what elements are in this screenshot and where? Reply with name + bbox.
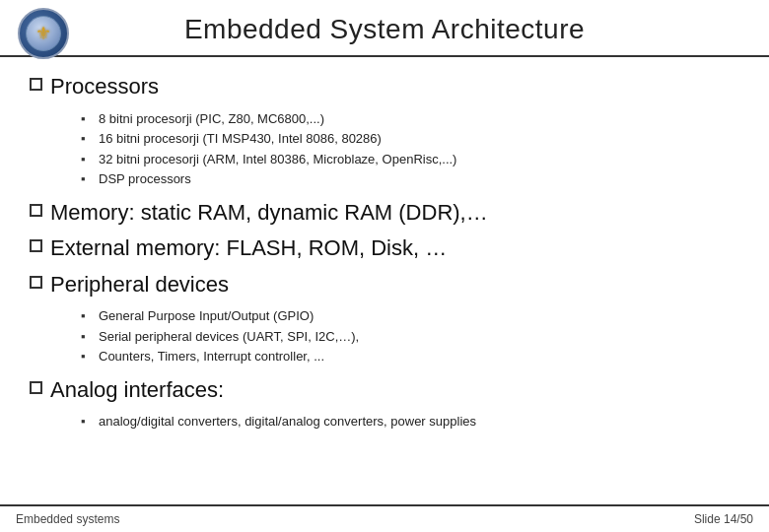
list-item: ▪ Counters, Timers, Interrupt controller… bbox=[81, 347, 739, 366]
slide-content: Processors ▪ 8 bitni procesorji (PIC, Z8… bbox=[0, 57, 769, 504]
peripheral-sublist: ▪ General Purpose Input/Output (GPIO) ▪ … bbox=[81, 306, 739, 366]
list-item: ▪ DSP processors bbox=[81, 169, 739, 189]
footer-left-text: Embedded systems bbox=[16, 512, 119, 526]
slide-title: Embedded System Architecture bbox=[184, 14, 585, 45]
section-external-memory-label: External memory: FLASH, ROM, Disk, … bbox=[50, 234, 447, 263]
sub-item-label: Serial peripheral devices (UART, SPI, I2… bbox=[99, 327, 359, 347]
section-analog-label: Analog interfaces: bbox=[50, 376, 224, 405]
section-analog: Analog interfaces: bbox=[30, 376, 739, 405]
sub-item-label: General Purpose Input/Output (GPIO) bbox=[99, 306, 314, 326]
sub-bullet-icon: ▪ bbox=[81, 131, 91, 146]
bullet-icon-analog bbox=[30, 381, 42, 394]
section-memory-label: Memory: static RAM, dynamic RAM (DDR),… bbox=[50, 199, 488, 228]
sub-item-label: 32 bitni procesorji (ARM, Intel 80386, M… bbox=[99, 150, 456, 169]
sub-item-label: 8 bitni procesorji (PIC, Z80, MC6800,...… bbox=[99, 109, 324, 129]
sub-bullet-icon: ▪ bbox=[81, 171, 91, 186]
section-processors-label: Processors bbox=[50, 73, 159, 101]
logo-icon: ⚜ bbox=[35, 23, 51, 44]
sub-item-label: DSP processors bbox=[99, 169, 191, 189]
sub-bullet-icon: ▪ bbox=[81, 414, 91, 429]
list-item: ▪ General Purpose Input/Output (GPIO) bbox=[81, 306, 739, 326]
section-processors: Processors bbox=[30, 73, 739, 101]
section-memory: Memory: static RAM, dynamic RAM (DDR),… bbox=[30, 199, 739, 228]
list-item: ▪ analog/digital converters, digital/ana… bbox=[81, 412, 739, 432]
section-peripheral: Peripheral devices bbox=[30, 271, 739, 299]
section-peripheral-label: Peripheral devices bbox=[50, 271, 229, 299]
footer-right-text: Slide 14/50 bbox=[694, 512, 753, 526]
bullet-icon-peripheral bbox=[30, 276, 42, 289]
sub-bullet-icon: ▪ bbox=[81, 349, 91, 364]
bullet-icon-external bbox=[30, 239, 42, 252]
sub-bullet-icon: ▪ bbox=[81, 329, 91, 344]
slide-footer: Embedded systems Slide 14/50 bbox=[0, 504, 769, 532]
slide: ⚜ Embedded System Architecture Processor… bbox=[0, 0, 769, 532]
sub-item-label: Counters, Timers, Interrupt controller, … bbox=[99, 347, 324, 366]
sub-bullet-icon: ▪ bbox=[81, 152, 91, 166]
sub-item-label: 16 bitni procesorji (TI MSP430, Intel 80… bbox=[99, 129, 382, 149]
sub-bullet-icon: ▪ bbox=[81, 308, 91, 323]
sub-item-label: analog/digital converters, digital/analo… bbox=[99, 412, 476, 432]
section-external-memory: External memory: FLASH, ROM, Disk, … bbox=[30, 234, 739, 263]
bullet-icon-memory bbox=[30, 204, 42, 217]
list-item: ▪ 32 bitni procesorji (ARM, Intel 80386,… bbox=[81, 150, 739, 169]
list-item: ▪ Serial peripheral devices (UART, SPI, … bbox=[81, 327, 739, 347]
slide-header: ⚜ Embedded System Architecture bbox=[0, 0, 769, 57]
bullet-icon-processors bbox=[30, 78, 42, 91]
processors-sublist: ▪ 8 bitni procesorji (PIC, Z80, MC6800,.… bbox=[81, 109, 739, 189]
sub-bullet-icon: ▪ bbox=[81, 111, 91, 126]
analog-sublist: ▪ analog/digital converters, digital/ana… bbox=[81, 412, 739, 432]
logo: ⚜ bbox=[18, 8, 69, 59]
list-item: ▪ 8 bitni procesorji (PIC, Z80, MC6800,.… bbox=[81, 109, 739, 129]
list-item: ▪ 16 bitni procesorji (TI MSP430, Intel … bbox=[81, 129, 739, 149]
